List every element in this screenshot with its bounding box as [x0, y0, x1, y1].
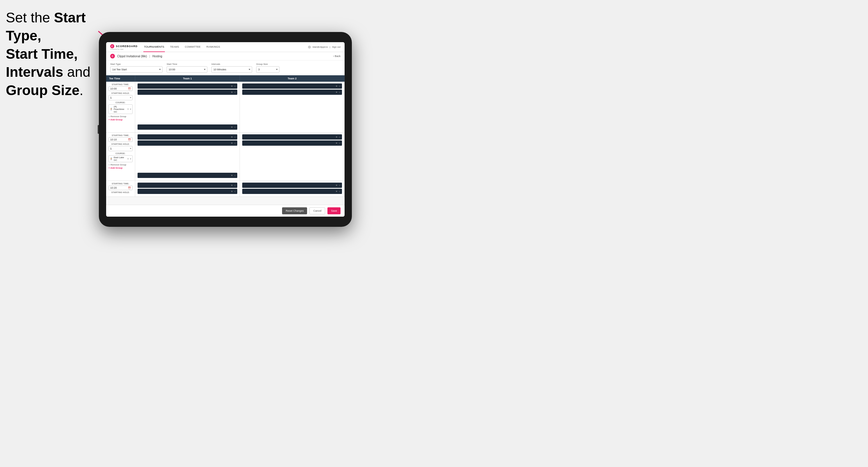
table-body: STARTING TIME: 10:00 ⏰ STARTING HOLE: 1 …: [106, 82, 345, 205]
clock-icon-3: ⏰: [128, 187, 131, 189]
nav-tabs: TOURNAMENTS TEAMS COMMITTEE RANKINGS: [143, 42, 308, 52]
team1-cell-1: ✕ ○ ✕ ○: [135, 82, 240, 123]
time-display-3: 10:20: [110, 186, 117, 189]
remove-group-1[interactable]: ○ Remove Group: [108, 115, 133, 118]
start-type-select[interactable]: 1st Tee Start: [110, 66, 162, 73]
clock-icon-1: ⏰: [128, 88, 131, 90]
course-dropdown-2[interactable]: ▾: [130, 158, 131, 160]
player-remove-2-1[interactable]: ✕: [336, 85, 338, 88]
start-type-label: Start Type: [110, 63, 162, 65]
player-add-3-2[interactable]: ○: [234, 142, 236, 145]
player-row-5-2: ✕ ○: [137, 189, 237, 194]
tee-time-cell-2: STARTING TIME: 10:10 ⏰ STARTING HOLE: 1 …: [106, 133, 135, 171]
player-add-6-1[interactable]: ○: [339, 184, 340, 187]
team2-extra-1: [240, 123, 345, 132]
tab-committee[interactable]: COMMITTEE: [184, 42, 201, 52]
tab-rankings[interactable]: RANKINGS: [206, 42, 221, 52]
logo-icon: C: [110, 44, 114, 48]
player-add-4-1[interactable]: ○: [339, 136, 340, 138]
course-icon-2: 🏌: [110, 158, 113, 160]
breadcrumb-bar: C Clippd Invitational (Me) | Hosting Bac…: [106, 52, 345, 61]
player-remove-3-1[interactable]: ✕: [231, 136, 233, 138]
team1-cell-3: ✕ ○ ✕ ○: [135, 181, 240, 196]
user-email: blair@clippd.io: [313, 45, 328, 48]
player-remove-4-2[interactable]: ✕: [336, 142, 338, 145]
player-add-1-1[interactable]: ○: [234, 85, 236, 88]
player-row-2-1: ✕ ○: [242, 84, 342, 89]
team2-cell-1: ✕ ○ ✕ ○: [240, 82, 345, 123]
team2-cell-3: ✕ ○ ✕ ○: [240, 181, 345, 196]
player-add-3-1[interactable]: ○: [234, 136, 236, 138]
player-row-1-2: ✕ ○: [137, 90, 237, 95]
tee-time-cell-3: STARTING TIME: 10:20 ⏰ STARTING HOLE:: [106, 181, 135, 196]
course-name-2: East Lake GC: [114, 156, 126, 161]
course-remove-1[interactable]: ✕: [127, 108, 129, 111]
player-remove-3-2[interactable]: ✕: [231, 142, 233, 145]
start-time-select[interactable]: 10:00: [166, 66, 207, 73]
breadcrumb-left: C Clippd Invitational (Me) | Hosting: [110, 54, 162, 58]
breadcrumb-logo: C: [110, 54, 115, 58]
player-row-6-2: ✕ ○: [242, 189, 342, 194]
group-size-label: Group Size: [256, 63, 279, 65]
add-group-2[interactable]: + Add Group: [108, 167, 133, 169]
player-add-5-1[interactable]: ○: [234, 184, 236, 187]
save-button[interactable]: Save: [328, 207, 341, 214]
course-remove-2[interactable]: ✕: [127, 158, 129, 160]
start-time-group: Start Time 10:00: [166, 63, 207, 73]
player-row-3-2: ✕ ○: [137, 141, 237, 146]
player-remove-6-1[interactable]: ✕: [336, 184, 338, 187]
group-size-group: Group Size 3: [256, 63, 279, 73]
player-remove-5-1[interactable]: ✕: [231, 184, 233, 187]
group-row-3: STARTING TIME: 10:20 ⏰ STARTING HOLE: ✕ …: [106, 181, 345, 197]
starting-time-label-1: STARTING TIME:: [108, 84, 133, 86]
start-time-label: Start Time: [166, 63, 207, 65]
add-group-1[interactable]: + Add Group: [108, 118, 133, 121]
player-remove-4-1[interactable]: ✕: [336, 136, 338, 138]
cancel-button[interactable]: Cancel: [309, 207, 325, 214]
team2-cell-2: ✕ ○ ✕ ○: [240, 133, 345, 171]
starting-time-value-1[interactable]: 10:00 ⏰: [108, 86, 133, 91]
course-label-1: COURSE:: [108, 101, 133, 103]
tab-tournaments[interactable]: TOURNAMENTS: [143, 42, 164, 52]
player-row-2-2: ✕ ○: [242, 90, 342, 95]
player-remove-1-1[interactable]: ✕: [231, 85, 233, 88]
back-button[interactable]: Back: [333, 55, 341, 58]
starting-time-value-3[interactable]: 10:20 ⏰: [108, 186, 133, 190]
player-remove-1-2[interactable]: ✕: [231, 91, 233, 94]
player-row-1-1: ✕ ○: [137, 84, 237, 89]
time-display-1: 10:00: [110, 87, 117, 90]
player-add-4-2[interactable]: ○: [339, 142, 340, 145]
group-size-select[interactable]: 3: [256, 66, 279, 73]
player-add-2-1[interactable]: ○: [339, 85, 340, 88]
player-remove-3-3[interactable]: ✕: [231, 174, 233, 177]
player-add-3-3[interactable]: ○: [234, 174, 236, 177]
tab-teams[interactable]: TEAMS: [169, 42, 180, 52]
reset-button[interactable]: Reset Changes: [282, 207, 307, 214]
breadcrumb-section: Hosting: [152, 55, 162, 58]
starting-time-value-2[interactable]: 10:10 ⏰: [108, 137, 133, 142]
starting-hole-select-1[interactable]: 1: [108, 95, 133, 100]
breadcrumb-sep: |: [149, 55, 150, 58]
player-add-6-2[interactable]: ○: [339, 190, 340, 193]
start-type-group: Start Type 1st Tee Start: [110, 63, 162, 73]
intervals-select[interactable]: 10 Minutes: [211, 66, 252, 73]
starting-hole-select-2[interactable]: 1: [108, 146, 133, 151]
course-name-1: (A) Peachtree GC: [114, 105, 126, 113]
player-add-1-3[interactable]: ○: [234, 126, 236, 128]
player-add-1-2[interactable]: ○: [234, 91, 236, 94]
player-add-2-2[interactable]: ○: [339, 91, 340, 94]
instruction-line2: Start Time,: [6, 46, 78, 62]
starting-hole-label-3: STARTING HOLE:: [108, 191, 133, 193]
sign-out-link[interactable]: Sign out: [332, 45, 341, 48]
player-remove-2-2[interactable]: ✕: [336, 91, 338, 94]
course-dropdown-1[interactable]: ▾: [130, 108, 131, 111]
player-remove-5-2[interactable]: ✕: [231, 190, 233, 193]
player-remove-6-2[interactable]: ✕: [336, 190, 338, 193]
player-remove-1-3[interactable]: ✕: [231, 126, 233, 128]
remove-group-2[interactable]: ○ Remove Group: [108, 163, 133, 166]
player-add-5-2[interactable]: ○: [234, 190, 236, 193]
clock-icon-2: ⏰: [128, 138, 131, 141]
table-header: Tee Time Team 1 Team 2: [106, 75, 345, 82]
logo-text: SCOREBOARD: [116, 45, 137, 48]
tablet-side-button: [98, 125, 99, 134]
